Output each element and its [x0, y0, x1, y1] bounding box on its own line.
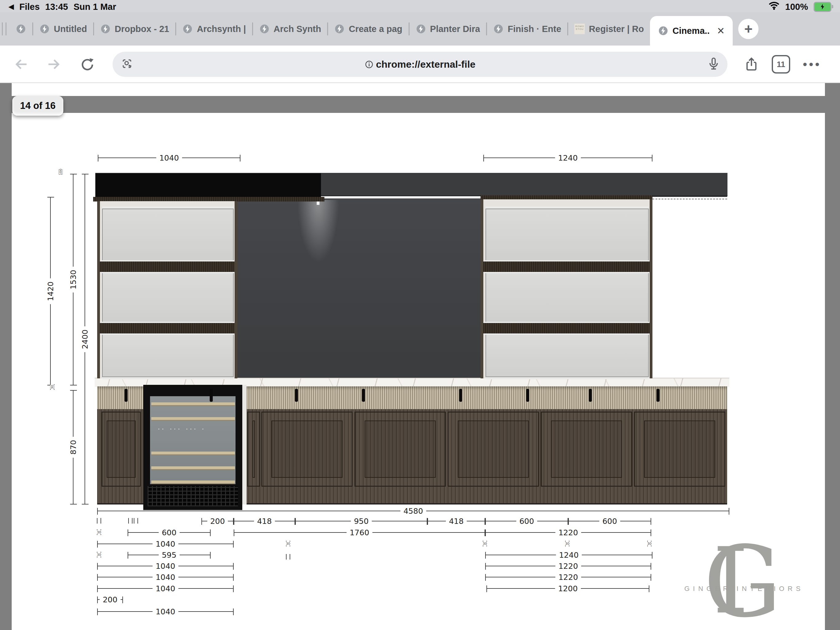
- door-handle[interactable]: [526, 389, 529, 402]
- globe-favicon: [16, 24, 26, 34]
- dim-h-1220: 1220: [485, 566, 651, 566]
- door-panel: [272, 421, 343, 478]
- dim-v-2400: 2400: [85, 174, 85, 505]
- base-cabinet-door[interactable]: [101, 412, 141, 487]
- base-cabinet-door[interactable]: [448, 412, 539, 487]
- tab-create-a-pag[interactable]: Create a pag: [328, 12, 408, 46]
- glass-door-panel[interactable]: [102, 272, 234, 324]
- forward-icon[interactable]: [43, 46, 65, 83]
- tab-label: Cinema..: [673, 26, 710, 36]
- navigation-bar: chrome://external-file 11 •••: [0, 46, 840, 83]
- back-icon[interactable]: [11, 46, 32, 83]
- door-panel: [551, 421, 622, 478]
- omnibox[interactable]: chrome://external-file: [112, 52, 728, 77]
- dim-v-1420: 1420: [50, 197, 51, 385]
- glass-door-panel[interactable]: [485, 209, 649, 262]
- reload-icon[interactable]: [76, 46, 98, 83]
- globe-favicon: [39, 24, 50, 34]
- dim-h-1040: 1040: [97, 577, 234, 578]
- back-to-app-label[interactable]: Files: [19, 2, 39, 12]
- wine-fridge-shelf: [151, 402, 235, 406]
- dim-h-950: 950: [295, 521, 427, 521]
- pelmet-black: [95, 173, 321, 198]
- url-text[interactable]: chrome://external-file: [112, 59, 728, 70]
- tv-panel: [237, 198, 481, 378]
- base-cabinet-door[interactable]: [541, 412, 632, 487]
- base-cabinet-door[interactable]: [355, 412, 446, 487]
- door-handle[interactable]: [362, 389, 365, 402]
- tab-close-icon[interactable]: ✕: [717, 25, 725, 36]
- base-cabinet-door[interactable]: [634, 412, 725, 487]
- base-cabinet-door[interactable]: [261, 412, 353, 487]
- cabinet-gap: [242, 385, 246, 505]
- pelmet-gray: [321, 173, 728, 196]
- tab-edge-marks: [2, 22, 6, 35]
- wine-fridge-shelf: [151, 451, 235, 455]
- tab-label: Arch Synth: [274, 24, 321, 34]
- tab-label: Untitled: [54, 24, 87, 34]
- glass-door-panel[interactable]: [485, 334, 649, 377]
- elevation-drawing: ·· ··· ··· ·1040124045802004189504186006…: [0, 0, 840, 630]
- dim-h-1220: 1220: [485, 532, 651, 533]
- page-number-badge: 14 of 16: [12, 96, 63, 116]
- tab-label: Archsynth |: [197, 24, 246, 34]
- romo-favicon: ROMOSTOU: [574, 24, 585, 34]
- tab-register-ro[interactable]: ROMOSTOURegister | Ro: [568, 12, 650, 46]
- dim-h-1040: 1040: [97, 588, 234, 589]
- status-time: 13:45: [45, 2, 68, 12]
- door-handle[interactable]: [210, 389, 213, 402]
- door-handle[interactable]: [125, 389, 128, 402]
- wine-fridge-shelf: [151, 466, 235, 470]
- wine-fridge-shelf: [151, 481, 235, 484]
- dim-h-200: 200: [201, 521, 234, 521]
- glass-door-panel[interactable]: [102, 209, 234, 262]
- glass-door-panel[interactable]: [102, 334, 234, 377]
- dim-h-418: 418: [234, 521, 295, 521]
- wine-fridge-shelf: [151, 417, 235, 421]
- upper-cabinet-top-rail-left: [93, 197, 324, 201]
- globe-favicon: [658, 25, 668, 36]
- door-panel: [253, 421, 255, 478]
- dim-h-600: 600: [485, 521, 568, 521]
- door-handle[interactable]: [657, 389, 660, 402]
- door-panel: [107, 421, 136, 478]
- downlight-glow: [295, 200, 342, 271]
- tab-arch-synth[interactable]: Arch Synth: [253, 12, 327, 46]
- globe-favicon: [416, 24, 426, 34]
- tab-switcher-button[interactable]: 11: [769, 46, 793, 83]
- dim-v-1530: 1530: [73, 174, 74, 385]
- tab-dropbox-21[interactable]: Dropbox - 21: [94, 12, 175, 46]
- share-icon[interactable]: [739, 46, 764, 83]
- tab-strip: UntitledDropbox - 21Archsynth |Arch Synt…: [0, 12, 840, 46]
- door-handle[interactable]: [459, 389, 462, 402]
- tab-archsynth-[interactable]: Archsynth |: [176, 12, 252, 46]
- shelf-divider: [100, 261, 235, 272]
- base-cabinet-door[interactable]: [247, 412, 260, 487]
- dim-h-1220: 1220: [485, 577, 651, 578]
- tab-count: 11: [772, 55, 790, 73]
- battery-percent: 100%: [785, 2, 808, 12]
- dim-h-1200: 1200: [486, 588, 649, 589]
- dim-h-1040: 1040: [97, 611, 234, 612]
- dim-h-1040: 1040: [98, 157, 240, 158]
- wine-fridge-vent-grille: [148, 486, 238, 507]
- back-to-app-icon[interactable]: ◀: [9, 3, 14, 11]
- new-tab-button[interactable]: +: [738, 19, 758, 39]
- page-info-icon[interactable]: [365, 60, 374, 69]
- menu-icon[interactable]: •••: [798, 46, 826, 83]
- tab-finish-ente[interactable]: Finish · Ente: [487, 12, 567, 46]
- glass-door-panel[interactable]: [485, 272, 649, 324]
- tab-label: Dropbox - 21: [115, 24, 169, 34]
- voice-search-icon[interactable]: [707, 57, 721, 72]
- tab-untitled[interactable]: Untitled: [33, 12, 93, 46]
- dim-h-1240: 1240: [485, 555, 652, 555]
- shelf-divider: [483, 261, 650, 272]
- door-handle[interactable]: [295, 389, 298, 402]
- dim-h-1760: 1760: [234, 532, 485, 533]
- door-handle[interactable]: [589, 389, 592, 402]
- tab-cinema-[interactable]: Cinema..✕: [650, 16, 733, 46]
- tab-planter-dira[interactable]: Planter Dira: [409, 12, 486, 46]
- tab-blank[interactable]: [9, 12, 32, 46]
- dim-h-595: 595: [128, 555, 211, 555]
- door-panel: [365, 421, 436, 478]
